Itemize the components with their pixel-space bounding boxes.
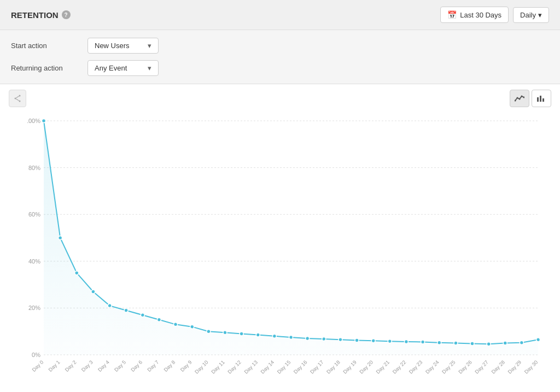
svg-point-6 [517,97,518,99]
svg-text:60%: 60% [28,211,40,218]
start-action-value: New Users [95,42,130,50]
date-range-button[interactable]: 📅 Last 30 Days [440,7,509,23]
svg-text:Day 15: Day 15 [276,359,291,375]
svg-point-55 [520,341,523,344]
svg-text:Day 12: Day 12 [226,359,242,375]
svg-point-48 [404,340,408,344]
filter-section: Start action New Users ▾ Returning actio… [0,30,560,84]
svg-text:Day 26: Day 26 [457,359,473,375]
svg-text:Day 13: Day 13 [243,359,259,375]
returning-action-row: Returning action Any Event ▾ [11,60,549,76]
svg-point-51 [454,341,458,345]
svg-text:Day 19: Day 19 [342,359,358,375]
svg-point-28 [75,271,79,275]
retention-page: RETENTION ? 📅 Last 30 Days Daily ▾ Start… [0,0,560,392]
granularity-label: Daily [520,11,536,19]
svg-text:Day 0: Day 0 [31,359,44,373]
svg-text:Day 27: Day 27 [474,359,489,375]
svg-text:Day 11: Day 11 [210,359,226,375]
svg-point-43 [322,337,326,341]
svg-point-2 [19,101,21,102]
svg-point-1 [19,95,21,97]
svg-text:Day 28: Day 28 [490,359,506,375]
svg-point-52 [470,342,474,346]
share-button[interactable] [9,90,26,107]
help-icon[interactable]: ? [62,10,71,19]
svg-point-42 [306,337,310,341]
svg-text:Day 1: Day 1 [47,359,61,373]
svg-point-36 [207,330,211,334]
returning-action-select[interactable]: Any Event ▾ [88,60,159,76]
chevron-down-icon: ▾ [538,11,542,19]
svg-rect-10 [537,97,539,102]
svg-text:Day 24: Day 24 [424,359,440,375]
svg-text:Day 16: Day 16 [292,359,308,375]
svg-rect-12 [542,98,544,102]
page-header: RETENTION ? 📅 Last 30 Days Daily ▾ [0,0,560,30]
chart-section: 100%80%60%40%20%0%Day 0Day 1Day 2Day 3Da… [0,84,560,392]
svg-text:0%: 0% [32,352,40,358]
svg-text:Day 22: Day 22 [391,359,407,375]
returning-action-value: Any Event [95,64,127,72]
chart-inner: 100%80%60%40%20%0%Day 0Day 1Day 2Day 3Da… [27,113,549,385]
svg-point-33 [157,318,161,321]
svg-point-0 [15,98,16,100]
svg-point-45 [355,338,359,342]
svg-text:Day 4: Day 4 [97,359,110,373]
svg-point-35 [190,325,194,329]
svg-text:100%: 100% [27,118,40,124]
svg-text:Day 21: Day 21 [375,359,390,375]
date-range-label: Last 30 Days [460,11,501,19]
start-action-label: Start action [11,42,88,50]
start-action-select[interactable]: New Users ▾ [88,38,159,54]
chevron-down-icon: ▾ [148,42,151,50]
chart-area: 100%80%60%40%20%0%Day 0Day 1Day 2Day 3Da… [0,113,560,390]
svg-line-4 [16,99,19,101]
svg-point-32 [141,313,144,317]
svg-point-47 [388,340,392,343]
svg-point-44 [339,338,342,342]
svg-point-26 [42,119,46,123]
chart-type-buttons [510,90,551,107]
svg-point-38 [240,332,243,336]
svg-text:Day 2: Day 2 [63,359,77,373]
svg-rect-13 [545,95,546,102]
svg-point-39 [256,333,260,337]
svg-text:Day 30: Day 30 [523,359,539,375]
svg-text:80%: 80% [28,165,40,171]
svg-point-40 [272,334,276,338]
svg-text:Day 18: Day 18 [325,359,341,375]
header-controls: 📅 Last 30 Days Daily ▾ [440,7,549,23]
svg-text:Day 23: Day 23 [407,359,423,375]
chart-toolbar [0,84,560,113]
svg-point-7 [519,98,521,100]
returning-action-label: Returning action [11,64,88,72]
svg-point-27 [59,236,62,240]
svg-text:Day 25: Day 25 [441,359,457,375]
granularity-button[interactable]: Daily ▾ [513,7,549,23]
svg-text:20%: 20% [28,305,40,311]
svg-text:Day 3: Day 3 [80,359,94,373]
svg-line-3 [16,96,19,98]
svg-text:Day 5: Day 5 [113,359,127,373]
svg-point-53 [487,342,491,346]
svg-point-41 [289,335,293,339]
svg-text:Day 10: Day 10 [194,359,209,375]
svg-rect-11 [540,96,541,102]
bar-chart-button[interactable] [532,90,551,107]
svg-text:Day 9: Day 9 [179,359,192,373]
chevron-down-icon: ▾ [148,64,151,72]
line-chart-button[interactable] [510,90,529,107]
svg-point-30 [108,304,112,308]
svg-point-31 [124,308,128,312]
svg-text:Day 7: Day 7 [146,359,160,373]
calendar-icon: 📅 [447,10,457,19]
svg-text:Day 17: Day 17 [309,359,325,375]
svg-point-49 [421,340,425,344]
svg-text:Day 8: Day 8 [162,359,176,373]
svg-text:Day 6: Day 6 [130,359,143,373]
svg-point-54 [503,341,507,345]
svg-text:Day 29: Day 29 [506,359,522,375]
svg-text:Day 14: Day 14 [259,359,275,375]
svg-point-37 [223,331,227,335]
